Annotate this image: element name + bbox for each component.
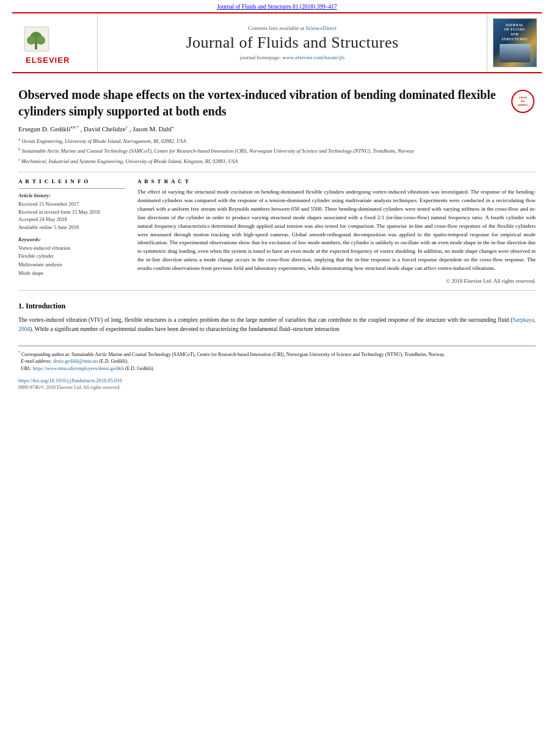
header-divider bbox=[18, 172, 536, 172]
page-wrapper: Journal of Fluids and Structures 81 (201… bbox=[0, 0, 554, 402]
svg-point-4 bbox=[37, 36, 45, 45]
journal-citation-link[interactable]: Journal of Fluids and Structures 81 (201… bbox=[217, 4, 337, 10]
author3-sup: a bbox=[172, 125, 173, 129]
abstract-divider bbox=[18, 290, 536, 291]
title-section: Observed mode shape effects on the vorte… bbox=[18, 79, 536, 120]
article-body: Observed mode shape effects on the vorte… bbox=[0, 73, 554, 390]
footnote-corresponding: * Corresponding author at: Sustainable A… bbox=[18, 350, 536, 358]
section1-text: The vortex-induced vibration (VIV) of lo… bbox=[18, 316, 536, 334]
doi-line: https://doi.org/10.1016/j.jfluidstructs.… bbox=[18, 377, 536, 383]
affiliation-b: b Sustainable Arctic Marine and Coastal … bbox=[18, 146, 536, 155]
footnote-area: * Corresponding author at: Sustainable A… bbox=[18, 346, 536, 373]
keyword-cylinder: Flexible cylinder bbox=[18, 252, 125, 261]
article-info-heading: A R T I C L E I N F O bbox=[18, 178, 125, 184]
journal-title-area: Contents lists available at ScienceDirec… bbox=[98, 13, 487, 72]
keyword-multivariate: Multivariate analysis bbox=[18, 261, 125, 269]
author2-sup: c bbox=[126, 125, 128, 129]
article-history-label: Article history: bbox=[18, 192, 125, 198]
copyright-bottom: 0889-9746/© 2018 Elsevier Ltd. All right… bbox=[18, 385, 536, 390]
author1-name: Ersegun D. Gedikli bbox=[18, 125, 70, 133]
abstract-text: The effect of varying the structural mod… bbox=[137, 188, 536, 273]
science-direct-text: Contents lists available at ScienceDirec… bbox=[248, 25, 337, 31]
check-updates-badge: Checkforupdates bbox=[511, 90, 536, 114]
keyword-viv: Vortex-induced vibration bbox=[18, 244, 125, 253]
url-link[interactable]: https://www.ntnu.edu/employees/deniz.ged… bbox=[33, 366, 124, 371]
author2-name: , David Chelidze bbox=[81, 125, 126, 133]
journal-title: Journal of Fluids and Structures bbox=[186, 34, 398, 52]
check-updates-icon: Checkforupdates bbox=[511, 90, 534, 113]
section1-heading: 1. Introduction bbox=[18, 302, 536, 311]
author3-name: , Jason M. Dahl bbox=[129, 125, 172, 133]
introduction-section: 1. Introduction The vortex-induced vibra… bbox=[18, 302, 536, 334]
journal-homepage-link[interactable]: www.elsevier.com/locate/jfs bbox=[282, 54, 344, 60]
history-item-received: Received 15 November 2017 bbox=[18, 200, 125, 208]
svg-text:ELSEVIER: ELSEVIER bbox=[26, 56, 70, 65]
info-divider bbox=[18, 188, 125, 189]
elsevier-logo-svg: ELSEVIER bbox=[21, 21, 89, 54]
keyword-mode: Mode shape bbox=[18, 269, 125, 278]
abstract-column: A B S T R A C T The effect of varying th… bbox=[137, 178, 536, 284]
elsevier-text-logo: ELSEVIER bbox=[24, 54, 86, 65]
affiliation-c: c Mechanical, Industrial and Systems Eng… bbox=[18, 156, 536, 165]
footnote-url: URL: https://www.ntnu.edu/employees/deni… bbox=[18, 365, 536, 373]
history-item-online: Available online 5 June 2018 bbox=[18, 224, 125, 231]
doi-link[interactable]: https://doi.org/10.1016/j.jfluidstructs.… bbox=[18, 377, 122, 383]
article-info-column: A R T I C L E I N F O Article history: R… bbox=[18, 178, 125, 284]
ratio-text: ratio bbox=[472, 214, 483, 220]
author1-sup: a,b,* bbox=[70, 125, 79, 129]
journal-header: ELSEVIER ELSEVIER Contents lists availab… bbox=[12, 12, 542, 73]
sarpkaya-ref[interactable]: Sarpkaya, 2004 bbox=[18, 317, 536, 332]
journal-cover-area: JOURNALOF FLUIDSANDSTRUCTURES bbox=[487, 13, 542, 72]
authors-line: Ersegun D. Gediklia,b,* , David Chelidze… bbox=[18, 125, 536, 133]
elsevier-logo-area: ELSEVIER ELSEVIER bbox=[12, 13, 98, 72]
journal-cover-image: JOURNALOF FLUIDSANDSTRUCTURES bbox=[493, 18, 537, 67]
email-link[interactable]: deniz.gedikli@ntnu.no bbox=[53, 358, 98, 364]
history-item-revised: Received in revised form 15 May 2018 bbox=[18, 208, 125, 216]
science-direct-link[interactable]: ScienceDirect bbox=[306, 25, 337, 31]
top-citation-bar: Journal of Fluids and Structures 81 (201… bbox=[0, 0, 554, 12]
affiliation-a: a Ocean Engineering, University of Rhode… bbox=[18, 136, 536, 145]
article-title: Observed mode shape effects on the vorte… bbox=[18, 87, 511, 120]
history-item-accepted: Accepted 24 May 2018 bbox=[18, 216, 125, 224]
footnote-email: E-mail address: deniz.gedikli@ntnu.no (E… bbox=[18, 358, 536, 365]
copyright-line: © 2018 Elsevier Ltd. All rights reserved… bbox=[137, 278, 536, 284]
journal-homepage: journal homepage: www.elsevier.com/locat… bbox=[240, 54, 344, 60]
svg-point-3 bbox=[27, 36, 35, 45]
abstract-heading: A B S T R A C T bbox=[137, 178, 536, 184]
keywords-label: Keywords: bbox=[18, 236, 125, 242]
info-abstract-columns: A R T I C L E I N F O Article history: R… bbox=[18, 178, 536, 284]
